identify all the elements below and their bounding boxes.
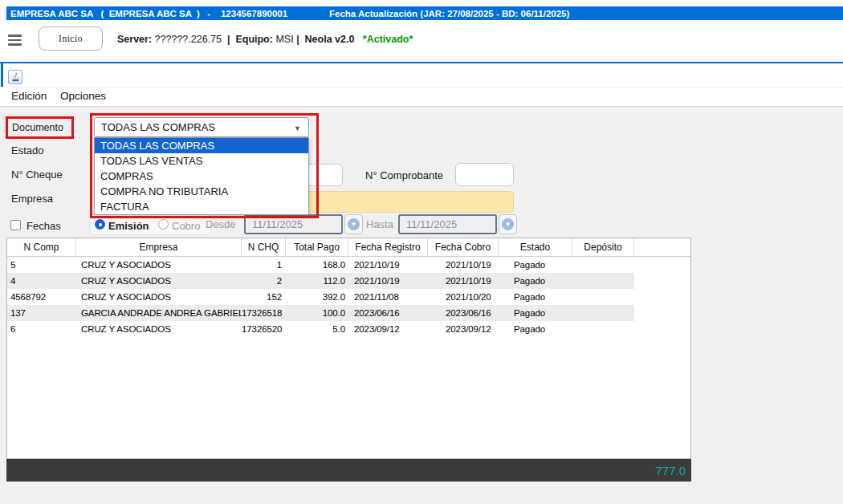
cobro-radio[interactable]: [158, 219, 169, 230]
dropdown-option[interactable]: COMPRA NO TRIBUTARIA: [95, 184, 308, 199]
table-row[interactable]: 4568792CRUZ Y ASOCIADOS152392.02021/11/0…: [7, 289, 690, 305]
server-value: ??????.226.75: [155, 34, 222, 45]
document-type-dropdown[interactable]: TODAS LAS COMPRAS ▼: [94, 117, 309, 137]
dropdown-option[interactable]: TODAS LAS COMPRAS: [95, 138, 308, 153]
title-update-text: Fecha Actualización (JAR: 27/08/2025 - B…: [329, 9, 569, 18]
main-toolbar: Inicio Server: ??????.226.75 | Equipo: M…: [0, 20, 843, 62]
estado-label: Estado: [11, 144, 43, 156]
column-header[interactable]: N Comp: [7, 238, 76, 256]
table-cell: 2021/10/20: [428, 289, 499, 305]
empresa-label: Empresa: [11, 193, 53, 205]
table-cell: 2023/06/16: [428, 305, 499, 321]
table-cell: 112.0: [286, 273, 348, 289]
table-cell: 17326520: [242, 321, 286, 337]
calendar-dropdown-icon: ▼: [348, 218, 360, 230]
table-row[interactable]: 5CRUZ Y ASOCIADOS1168.02021/10/192021/10…: [7, 257, 690, 273]
table-cell: Pagado: [499, 289, 572, 305]
server-status-line: Server: ??????.226.75 | Equipo: MSI | Ne…: [117, 34, 413, 45]
app-window: EMPRESA ABC SA ( EMPRESA ABC SA ) - 1234…: [0, 0, 843, 504]
table-body: 5CRUZ Y ASOCIADOS1168.02021/10/192021/10…: [7, 257, 690, 337]
column-header[interactable]: Estado: [499, 238, 572, 256]
dropdown-selected-value: TODAS LAS COMPRAS: [95, 121, 215, 133]
fechas-checkbox[interactable]: [10, 220, 21, 230]
calendar-dropdown-icon: ▼: [502, 218, 514, 230]
table-row[interactable]: 137GARCIA ANDRADE ANDREA GABRIELA1732651…: [7, 305, 690, 321]
separator: |: [296, 34, 299, 45]
table-cell: CRUZ Y ASOCIADOS: [76, 273, 242, 289]
table-cell: [572, 273, 634, 289]
column-header[interactable]: [634, 238, 690, 256]
cheque-label: N° Cheque: [11, 169, 63, 181]
summary-bar: 777.0: [6, 459, 691, 482]
table-cell: 2023/09/12: [348, 321, 428, 337]
table-cell: [572, 305, 634, 321]
fechas-label: Fechas: [26, 220, 61, 232]
table-cell: 100.0: [286, 305, 348, 321]
column-header[interactable]: Fecha Registro: [348, 238, 428, 256]
table-row[interactable]: 4CRUZ Y ASOCIADOS2112.02021/10/192021/10…: [7, 273, 690, 289]
table-cell: 5: [7, 257, 76, 273]
desde-calendar-button[interactable]: ▼: [344, 214, 363, 234]
table-cell: CRUZ Y ASOCIADOS: [76, 257, 242, 273]
hasta-date-input[interactable]: 11/11/2025: [398, 214, 497, 234]
column-header[interactable]: N CHQ: [242, 238, 286, 256]
table-cell: 1: [242, 257, 286, 273]
dropdown-option[interactable]: COMPRAS: [95, 169, 308, 184]
table-cell: [572, 289, 634, 305]
blue-divider-line: [0, 62, 843, 63]
total-amount: 777.0: [655, 464, 691, 478]
table-cell: 152: [242, 289, 286, 305]
table-cell: 2021/11/08: [348, 289, 428, 305]
activation-status: *Activado*: [363, 34, 413, 45]
java-taskbar-button[interactable]: [8, 70, 22, 84]
table-cell: 168.0: [286, 257, 348, 273]
results-table: N CompEmpresaN CHQTotal PagoFecha Regist…: [6, 238, 691, 459]
menu-opciones[interactable]: Opciones: [60, 90, 106, 102]
table-cell: [634, 257, 690, 273]
table-header-row: N CompEmpresaN CHQTotal PagoFecha Regist…: [7, 238, 690, 257]
table-cell: 392.0: [286, 289, 348, 305]
table-cell: 137: [7, 305, 76, 321]
table-cell: Pagado: [499, 257, 572, 273]
column-header[interactable]: Depósito: [572, 238, 634, 256]
annotation-highlight-documento: Documento: [6, 116, 74, 139]
table-cell: 6: [7, 321, 76, 337]
column-header[interactable]: Fecha Cobro: [428, 238, 499, 256]
hamburger-menu-icon[interactable]: [8, 35, 22, 46]
app-title-bar: EMPRESA ABC SA ( EMPRESA ABC SA ) - 1234…: [6, 6, 843, 20]
desde-date-input[interactable]: 11/11/2025: [244, 214, 343, 234]
column-header[interactable]: Empresa: [76, 238, 242, 256]
table-cell: [634, 305, 690, 321]
table-cell: 4: [7, 273, 76, 289]
table-cell: 17326518: [242, 305, 286, 321]
comprobante-input[interactable]: [455, 163, 514, 186]
table-cell: Pagado: [499, 321, 572, 337]
table-cell: 4568792: [7, 289, 76, 305]
server-label: Server:: [117, 34, 152, 45]
table-cell: [634, 321, 690, 337]
table-cell: 2021/10/19: [428, 273, 499, 289]
separator: |: [227, 34, 230, 45]
hasta-calendar-button[interactable]: ▼: [499, 214, 517, 234]
cobro-label: Cobro: [172, 220, 200, 232]
dropdown-option[interactable]: TODAS LAS VENTAS: [95, 153, 308, 169]
hasta-label: Hasta: [366, 218, 393, 230]
table-cell: [572, 321, 634, 337]
table-cell: [634, 289, 690, 305]
table-cell: 5.0: [286, 321, 348, 337]
table-cell: [572, 257, 634, 273]
menu-edicion[interactable]: Edición: [11, 90, 47, 102]
home-button[interactable]: Inicio: [39, 26, 103, 51]
chevron-down-icon: ▼: [294, 124, 301, 132]
table-cell: Pagado: [499, 273, 572, 289]
dropdown-list: TODAS LAS COMPRASTODAS LAS VENTASCOMPRAS…: [94, 137, 309, 215]
comprobante-label: N° Comprobante: [365, 169, 443, 181]
table-cell: 2: [242, 273, 286, 289]
emision-radio[interactable]: [95, 219, 105, 230]
dropdown-option[interactable]: FACTURA: [95, 199, 308, 214]
table-cell: GARCIA ANDRADE ANDREA GABRIELA: [76, 305, 242, 321]
menu-bar: Edición Opciones: [0, 87, 843, 107]
table-row[interactable]: 6CRUZ Y ASOCIADOS173265205.02023/09/1220…: [7, 321, 690, 337]
column-header[interactable]: Total Pago: [286, 238, 348, 256]
table-cell: 2021/10/19: [428, 257, 499, 273]
